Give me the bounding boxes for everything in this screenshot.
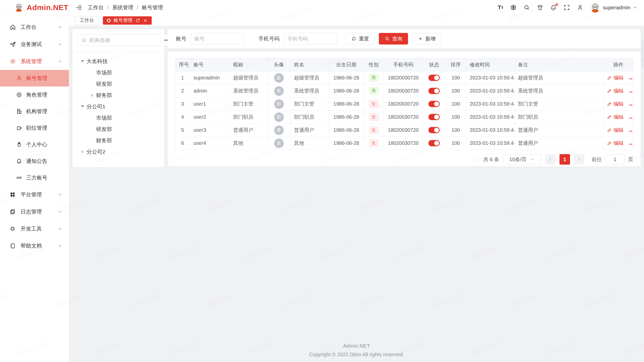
reset-button[interactable]: 重置 bbox=[346, 33, 375, 44]
tree-caret-icon[interactable] bbox=[78, 58, 87, 64]
gender-badge: 女 bbox=[369, 139, 379, 147]
column-header[interactable]: 修改时间 bbox=[466, 58, 514, 71]
breadcrumb-item[interactable]: 工作台 bbox=[88, 4, 104, 11]
page-size-select[interactable]: 10条/页 bbox=[503, 154, 541, 165]
status-toggle[interactable] bbox=[428, 75, 440, 81]
search-icon[interactable] bbox=[524, 4, 530, 11]
edit-button[interactable]: 编辑 bbox=[607, 127, 624, 133]
tree-node[interactable]: 市场部 bbox=[75, 67, 162, 78]
row-more-button[interactable]: ••• bbox=[629, 89, 633, 94]
phone-input[interactable] bbox=[284, 33, 337, 44]
column-header[interactable]: 操作 bbox=[603, 58, 633, 71]
table-row[interactable]: 3 user1 部门主管 部 部门主管 1986-06-28 女 1802003… bbox=[175, 98, 633, 111]
tab-refresh-icon[interactable] bbox=[135, 18, 140, 23]
tree-caret-icon[interactable] bbox=[78, 150, 87, 154]
edit-button[interactable]: 编辑 bbox=[607, 74, 624, 81]
tree-node[interactable]: 研发部 bbox=[75, 78, 162, 89]
cell-avatar: 其 bbox=[267, 137, 291, 150]
breadcrumb-item[interactable]: 系统管理 bbox=[104, 4, 133, 11]
gender-badge: 女 bbox=[369, 126, 379, 134]
tree-caret-icon[interactable] bbox=[78, 104, 87, 109]
status-toggle[interactable] bbox=[428, 88, 440, 94]
column-header[interactable]: 性别 bbox=[364, 58, 384, 71]
notification-bell-icon[interactable] bbox=[550, 4, 557, 11]
tree-node[interactable]: 市场部 bbox=[75, 112, 162, 123]
tree-node[interactable]: 研发部 bbox=[75, 123, 162, 135]
tree-node[interactable]: 财务部 bbox=[75, 89, 162, 101]
column-header[interactable]: 手机号码 bbox=[384, 58, 423, 71]
next-page-button[interactable] bbox=[574, 154, 584, 165]
column-header[interactable]: 备注 bbox=[514, 58, 603, 71]
row-more-button[interactable]: ••• bbox=[629, 142, 633, 147]
status-toggle[interactable] bbox=[428, 140, 440, 146]
tree-caret-icon[interactable] bbox=[88, 94, 96, 97]
status-toggle[interactable] bbox=[428, 101, 440, 107]
sidebar-item-roles[interactable]: 角色管理 bbox=[0, 86, 69, 103]
profile-icon[interactable] bbox=[577, 4, 583, 11]
account-input[interactable] bbox=[191, 33, 244, 44]
tree-node[interactable]: 分公司2 bbox=[75, 146, 162, 157]
font-size-icon[interactable]: TT bbox=[498, 5, 504, 10]
sidebar-item-workbench[interactable]: 工作台 bbox=[0, 19, 69, 36]
status-toggle[interactable] bbox=[428, 114, 440, 120]
table-row[interactable]: 4 user2 部门职员 部 部门职员 1986-06-28 女 1802003… bbox=[175, 111, 633, 124]
cell-nickname: 系统管理员 bbox=[230, 84, 267, 98]
sidebar-item-notices[interactable]: 通知公告 bbox=[0, 153, 69, 169]
column-header[interactable]: 状态 bbox=[423, 58, 446, 71]
row-more-button[interactable]: ••• bbox=[629, 116, 633, 120]
edit-label: 编辑 bbox=[614, 87, 624, 94]
sidebar-item-accounts[interactable]: 账号管理 bbox=[0, 70, 69, 86]
sidebar-item-devtools[interactable]: 开发工具 bbox=[0, 220, 69, 237]
column-header[interactable]: 序号 bbox=[175, 58, 190, 71]
sidebar-item-positions[interactable]: 职位管理 bbox=[0, 120, 69, 136]
tab-close-icon[interactable] bbox=[143, 18, 148, 23]
table-row[interactable]: 1 superadmin 超级管理员 超 超级管理员 1986-06-28 男 … bbox=[175, 71, 633, 84]
edit-button[interactable]: 编辑 bbox=[607, 140, 624, 147]
collapse-menu-icon[interactable] bbox=[76, 4, 82, 11]
row-more-button[interactable]: ••• bbox=[629, 129, 633, 133]
column-header[interactable]: 出生日期 bbox=[329, 58, 364, 71]
sidebar-item-help-docs[interactable]: 帮助文档 bbox=[0, 237, 69, 254]
add-button[interactable]: 新增 bbox=[412, 33, 441, 44]
org-search-input[interactable] bbox=[89, 37, 157, 43]
status-toggle[interactable] bbox=[428, 127, 440, 133]
row-more-button[interactable]: ••• bbox=[629, 103, 633, 107]
sidebar-item-profile-center[interactable]: 个人中心 bbox=[0, 136, 69, 153]
breadcrumb-item[interactable]: 账号管理 bbox=[133, 4, 163, 11]
tree-node[interactable]: 财务部 bbox=[75, 135, 162, 146]
fullscreen-icon[interactable] bbox=[564, 4, 570, 11]
edit-button[interactable]: 编辑 bbox=[607, 101, 624, 107]
table-row[interactable]: 2 admin 系统管理员 系 系统管理员 1986-06-28 男 18020… bbox=[175, 84, 633, 98]
tab-accounts-active[interactable]: 账号管理 bbox=[103, 16, 152, 25]
tab-workbench[interactable]: 工作台 bbox=[75, 16, 99, 25]
table-row[interactable]: 5 user3 普通用户 普 普通用户 1986-06-28 女 1802003… bbox=[175, 124, 633, 137]
sidebar-item-logs[interactable]: 日志管理 bbox=[0, 203, 69, 220]
page-number-current[interactable]: 1 bbox=[559, 154, 570, 165]
column-header[interactable]: 姓名 bbox=[291, 58, 329, 71]
language-icon[interactable] bbox=[510, 4, 517, 11]
theme-shirt-icon[interactable] bbox=[537, 4, 543, 11]
sidebar-item-platform[interactable]: 平台管理 bbox=[0, 186, 69, 203]
column-header[interactable]: 账号 bbox=[190, 58, 230, 71]
sidebar-item-system[interactable]: 系统管理 bbox=[0, 53, 69, 70]
table-row[interactable]: 6 user4 其他 其 其他 1986-06-28 女 18020030720 bbox=[175, 137, 633, 150]
prev-page-button[interactable] bbox=[545, 154, 556, 165]
sidebar-item-orgs[interactable]: 机构管理 bbox=[0, 103, 69, 120]
user-menu[interactable]: superadmin bbox=[590, 3, 637, 13]
row-more-button[interactable]: ••• bbox=[629, 76, 633, 81]
column-header[interactable]: 头像 bbox=[267, 58, 291, 71]
tree-node[interactable]: 大名科技 bbox=[75, 56, 162, 67]
page-scrollbar[interactable] bbox=[641, 40, 643, 68]
tree-node[interactable]: 分公司1 bbox=[75, 101, 162, 112]
app-logo[interactable]: Admin.NET bbox=[0, 0, 69, 15]
cell-gender: 男 bbox=[364, 84, 384, 98]
roles-icon bbox=[16, 92, 22, 98]
query-button[interactable]: 查询 bbox=[379, 33, 408, 44]
column-header[interactable]: 昵称 bbox=[230, 58, 267, 71]
sidebar-item-business-test[interactable]: 业务测试 bbox=[0, 36, 69, 53]
goto-page-input[interactable] bbox=[606, 154, 624, 165]
edit-button[interactable]: 编辑 bbox=[607, 114, 624, 120]
edit-button[interactable]: 编辑 bbox=[607, 87, 624, 94]
column-header[interactable]: 排序 bbox=[446, 58, 466, 71]
sidebar-item-thirdparty[interactable]: 三方账号 bbox=[0, 169, 69, 186]
